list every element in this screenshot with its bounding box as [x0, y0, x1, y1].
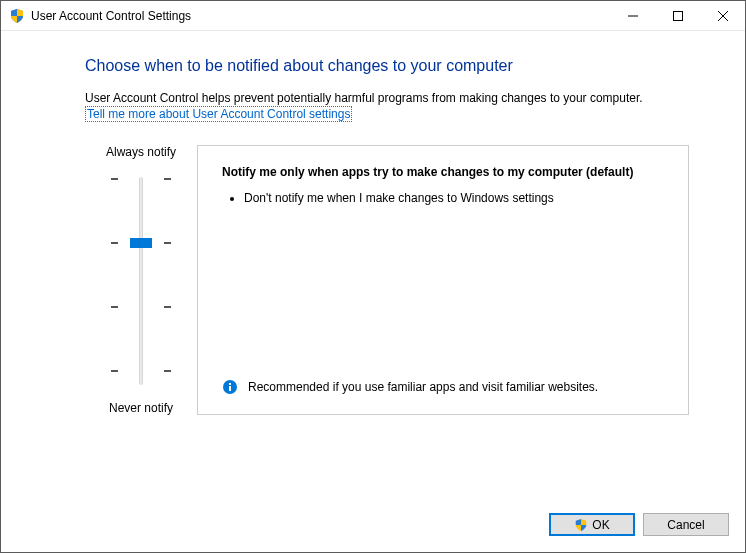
- svg-rect-6: [229, 383, 231, 385]
- notification-slider[interactable]: [111, 171, 171, 391]
- slider-tick: [111, 175, 171, 183]
- level-recommendation: Recommended if you use familiar apps and…: [222, 379, 668, 395]
- help-link[interactable]: Tell me more about User Account Control …: [85, 106, 352, 122]
- level-description-box: Notify me only when apps try to make cha…: [197, 145, 689, 415]
- close-button[interactable]: [700, 1, 745, 30]
- button-bar: OK Cancel: [1, 501, 745, 552]
- uac-shield-icon: [9, 8, 25, 24]
- slider-thumb[interactable]: [130, 238, 152, 248]
- recommendation-text: Recommended if you use familiar apps and…: [248, 379, 598, 395]
- page-heading: Choose when to be notified about changes…: [85, 57, 689, 75]
- maximize-button[interactable]: [655, 1, 700, 30]
- slider-label-bottom: Never notify: [109, 401, 173, 415]
- uac-shield-icon: [574, 518, 588, 532]
- slider-column: Always notify Never notify: [85, 145, 197, 415]
- slider-label-top: Always notify: [106, 145, 176, 159]
- slider-tick: [111, 367, 171, 375]
- content-area: Choose when to be notified about changes…: [1, 31, 745, 501]
- slider-tick: [111, 303, 171, 311]
- page-description: User Account Control helps prevent poten…: [85, 91, 689, 107]
- window-title: User Account Control Settings: [31, 9, 610, 23]
- info-icon: [222, 379, 238, 395]
- minimize-button[interactable]: [610, 1, 655, 30]
- level-title: Notify me only when apps try to make cha…: [222, 164, 668, 180]
- level-bullets: Don't notify me when I make changes to W…: [222, 190, 668, 207]
- ok-button-label: OK: [592, 518, 609, 532]
- slider-track: [139, 177, 143, 385]
- svg-rect-1: [673, 11, 682, 20]
- main-area: Always notify Never notify Notify me onl…: [85, 145, 689, 415]
- cancel-button[interactable]: Cancel: [643, 513, 729, 536]
- window-controls: [610, 1, 745, 30]
- uac-settings-window: User Account Control Settings Choose whe…: [0, 0, 746, 553]
- ok-button[interactable]: OK: [549, 513, 635, 536]
- svg-rect-5: [229, 386, 231, 391]
- level-bullet: Don't notify me when I make changes to W…: [244, 190, 668, 207]
- titlebar: User Account Control Settings: [1, 1, 745, 31]
- cancel-button-label: Cancel: [667, 518, 704, 532]
